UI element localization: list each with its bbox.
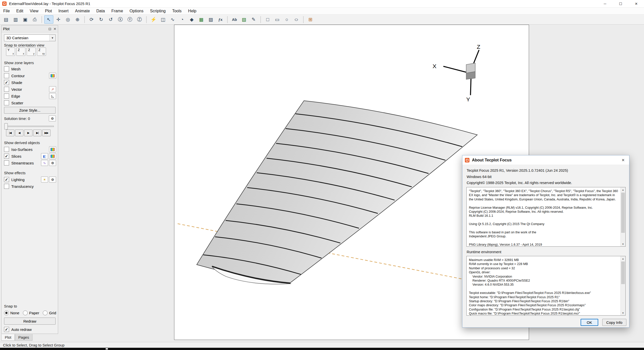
snap-grid-radio[interactable] <box>43 311 48 315</box>
solution-time-settings-button[interactable]: ⚙ <box>49 115 56 121</box>
slices-placement-button[interactable]: ◧ <box>41 153 48 159</box>
menu-insert[interactable]: Insert <box>55 8 72 14</box>
copy-info-button[interactable]: Copy Info <box>602 319 626 326</box>
adjust-tool-icon[interactable]: ✛ <box>54 15 63 24</box>
rotate-twist-tool-icon[interactable]: ↺ <box>106 15 115 24</box>
snap-view-zxy-button[interactable]: Z xy <box>37 48 46 56</box>
solution-time-slider-track[interactable] <box>5 126 54 127</box>
auto-redraw-checkbox[interactable] <box>4 327 9 332</box>
menu-animate[interactable]: Animate <box>72 8 93 14</box>
select-tool-icon[interactable]: ↖ <box>44 15 53 24</box>
menu-file[interactable]: File <box>0 8 13 14</box>
open-layout-icon[interactable]: ▥ <box>11 15 20 24</box>
translucency-checkbox[interactable] <box>4 184 9 189</box>
edge-checkbox[interactable] <box>4 94 9 99</box>
anim-next-button[interactable]: ▶| <box>33 129 42 136</box>
polyline-tool-icon[interactable]: ✎ <box>249 15 258 24</box>
lighting-checkbox[interactable] <box>4 177 9 182</box>
square-tool-icon[interactable]: □ <box>263 15 272 24</box>
rotate-y-tool-icon[interactable]: Ⓨ <box>125 15 134 24</box>
close-button[interactable]: ✕ <box>628 0 644 7</box>
iso-surface-tool-icon[interactable]: ◆ <box>187 15 196 24</box>
scroll-down-icon[interactable]: ▼ <box>621 311 625 315</box>
panel-float-icon[interactable]: ⊡ <box>49 27 52 31</box>
image-tool-icon[interactable]: ▧ <box>239 15 249 24</box>
orientation-axis-tool-icon[interactable]: ⊞ <box>306 15 315 24</box>
zoom-tool-icon[interactable]: ◎ <box>63 15 72 24</box>
tab-pages[interactable]: Pages <box>15 334 33 341</box>
about-dialog-titlebar[interactable]: About Tecplot Focus ✕ <box>462 155 629 165</box>
probe-tool-icon[interactable]: ⚡ <box>149 15 158 24</box>
streamtraces-placement-button[interactable]: ∿ <box>41 160 48 166</box>
snap-view-zy-button[interactable]: Z y <box>27 48 36 56</box>
maximize-button[interactable]: ☐ <box>613 0 628 7</box>
minimize-button[interactable]: ─ <box>597 0 613 7</box>
menu-options[interactable]: Options <box>126 8 147 14</box>
slices-details-button[interactable] <box>49 153 56 159</box>
scroll-up-icon[interactable]: ▲ <box>621 187 625 192</box>
rectangle-tool-icon[interactable]: ▭ <box>273 15 282 24</box>
menu-frame[interactable]: Frame <box>108 8 126 14</box>
function-tool-icon[interactable]: ƒx <box>216 15 225 24</box>
zone-style-button[interactable]: Zone Style... <box>4 107 56 114</box>
scrollbar-thumb[interactable] <box>621 261 625 284</box>
slice-tool-icon[interactable]: ◫ <box>158 15 168 24</box>
panel-close-icon[interactable]: ✕ <box>53 27 56 31</box>
contour-details-button[interactable] <box>49 73 56 79</box>
vector-checkbox[interactable] <box>4 87 9 92</box>
edge-details-button[interactable]: ◺ <box>49 93 56 99</box>
rotate-z-tool-icon[interactable]: Ⓩ <box>135 15 144 24</box>
shade-checkbox[interactable] <box>4 80 9 85</box>
lighting-details-button[interactable]: ⚙ <box>49 177 56 183</box>
vector-details-button[interactable]: ↗ <box>49 86 56 92</box>
redraw-button[interactable]: Redraw <box>4 318 56 325</box>
menu-scripting[interactable]: Scripting <box>147 8 169 14</box>
contour-tool-icon[interactable]: ◔ <box>178 15 187 24</box>
menu-tools[interactable]: Tools <box>169 8 185 14</box>
mesh-checkbox[interactable] <box>4 66 9 71</box>
plot-type-dropdown[interactable]: 3D Cartesian ▾ <box>4 34 56 41</box>
menu-help[interactable]: Help <box>185 8 200 14</box>
save-layout-icon[interactable]: ▣ <box>21 15 30 24</box>
grid-tool-icon[interactable]: ▦ <box>197 15 206 24</box>
streamtraces-details-button[interactable]: ⚙ <box>49 160 56 166</box>
ok-button[interactable]: OK <box>581 319 598 326</box>
license-scrollbar[interactable]: ▲ ▼ <box>620 187 625 246</box>
anim-prev-button[interactable]: ◀ <box>15 129 23 136</box>
translate-tool-icon[interactable]: ⊕ <box>73 15 82 24</box>
streamtraces-checkbox[interactable] <box>4 160 9 165</box>
snap-none-radio[interactable] <box>4 311 9 315</box>
snap-paper-radio[interactable] <box>23 311 28 315</box>
menu-plot[interactable]: Plot <box>42 8 55 14</box>
menu-view[interactable]: View <box>26 8 42 14</box>
iso-surfaces-details-button[interactable] <box>49 146 56 152</box>
rotate-spherical-tool-icon[interactable]: ⟳ <box>87 15 96 24</box>
menu-edit[interactable]: Edit <box>13 8 27 14</box>
scatter-checkbox[interactable] <box>4 100 9 105</box>
anim-last-button[interactable]: ▶▶ <box>42 129 51 136</box>
anim-first-button[interactable]: |◀ <box>6 129 14 136</box>
solution-time-slider-thumb[interactable] <box>4 123 8 129</box>
snap-view-yx-button[interactable]: Y x <box>6 48 15 56</box>
menu-data[interactable]: Data <box>93 8 108 14</box>
scrollbar-thumb[interactable] <box>621 193 625 233</box>
streamtrace-tool-icon[interactable]: ∿ <box>168 15 177 24</box>
rotate-rollerball-tool-icon[interactable]: ↻ <box>97 15 106 24</box>
wing-surface[interactable] <box>197 101 477 283</box>
scroll-down-icon[interactable]: ▼ <box>621 242 625 246</box>
text-tool-icon[interactable]: Ab <box>230 15 239 24</box>
runtime-textarea[interactable]: Maximum usable RAM = 32691 MB RAM curren… <box>466 256 626 316</box>
rotate-x-tool-icon[interactable]: Ⓧ <box>116 15 125 24</box>
taskbar-strip[interactable] <box>0 348 644 350</box>
blanking-tool-icon[interactable]: ▨ <box>206 15 215 24</box>
about-dialog-close-button[interactable]: ✕ <box>617 155 629 165</box>
iso-surfaces-checkbox[interactable] <box>4 147 9 152</box>
print-icon[interactable]: ⎙ <box>30 15 39 24</box>
snap-view-zx-button[interactable]: Z x <box>16 48 25 56</box>
ellipse-tool-icon[interactable]: ○ <box>290 15 303 24</box>
tab-plot[interactable]: Plot <box>1 334 15 341</box>
lighting-source-button[interactable]: ☀ <box>41 177 48 183</box>
new-layout-icon[interactable]: ▤ <box>2 15 11 24</box>
runtime-scrollbar[interactable]: ▲ ▼ <box>620 256 625 315</box>
slices-checkbox[interactable] <box>4 154 9 159</box>
